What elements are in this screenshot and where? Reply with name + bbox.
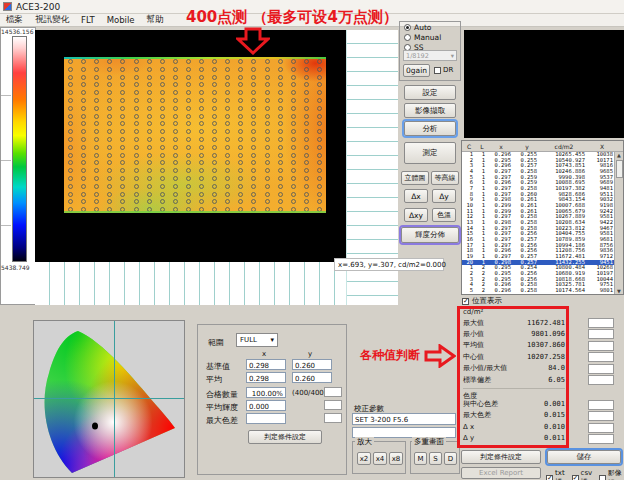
measure-point [317,67,322,72]
average-x-field[interactable]: 0.298 [246,372,286,383]
zoom-x8-button[interactable]: x8 [389,452,403,465]
measure-point [147,184,152,189]
radio-manual[interactable]: Manual [404,33,460,42]
zoom-x4-button[interactable]: x4 [373,452,387,465]
measure-point [81,121,86,126]
reference-x-field[interactable]: 0.298 [246,359,286,370]
measure-point [225,207,230,212]
view-3d-button[interactable]: 立體圖 [401,171,429,185]
file-check-影像檔[interactable]: 影像檔 [599,468,624,480]
menu-item-3[interactable]: Mobile [107,15,135,25]
measure-point [278,192,283,197]
measure-point [107,160,112,165]
position-display-checkbox[interactable]: 位置表示 [462,296,502,306]
luminance-distribution-button[interactable]: 輝度分佈 [401,227,459,243]
table-col-y[interactable]: y [514,141,540,151]
shutter-select[interactable]: 1/8192 ▾ [403,50,457,61]
measure-point [68,90,73,95]
measurement-table[interactable]: CLxycd/m2X 110.2960.25510265.45510038210… [461,140,624,295]
measure-point [186,106,191,111]
radio-auto[interactable]: Auto [404,23,460,32]
multi-D-button[interactable]: D [444,452,457,465]
measure-point [265,59,270,64]
avg-luminance-field[interactable]: 0.000 [246,400,286,411]
average-y-field[interactable]: 0.260 [292,372,332,383]
cie-chromaticity-diagram[interactable] [33,320,185,478]
zoom-x2-button[interactable]: x2 [357,452,371,465]
analyze-button[interactable]: 分析 [404,121,456,136]
colorbar-max-label: 14536.156 [1,28,35,35]
measure-point [265,67,270,72]
table-col-L[interactable]: L [476,141,488,151]
table-scrollbar[interactable]: ▲ ▼ [614,152,623,294]
table-row[interactable]: 520.2960.25810174.5649801 [462,288,623,294]
menu-item-2[interactable]: FLT [81,15,95,25]
measure-point [107,82,112,87]
multi-M-button[interactable]: M [414,452,427,465]
measure-point [225,176,230,181]
table-col-X[interactable]: X [588,141,616,151]
heatmap-image[interactable] [64,57,326,213]
table-col-C[interactable]: C [462,141,476,151]
measure-point [251,184,256,189]
measure-point [173,114,178,119]
table-body[interactable]: 110.2960.25510265.45510038210.2950.25510… [462,152,623,294]
delta-x-button[interactable]: Δx [404,189,428,203]
measure-point [68,137,73,142]
measure-point [81,199,86,204]
measure-point [278,153,283,158]
dr-checkbox[interactable]: DR [434,66,453,74]
measure-point [160,106,165,111]
measure-point [212,160,217,165]
save-button[interactable]: 儲存 [547,450,621,464]
max-color-diff-field[interactable] [246,413,286,424]
multi-S-button[interactable]: S [429,452,442,465]
menu-item-0[interactable]: 檔案 [6,14,23,26]
colorbar-tick [1,95,11,96]
measure-point [251,153,256,158]
image-capture-button[interactable]: 影像擷取 [404,103,456,118]
menu-item-4[interactable]: 幫助 [147,14,164,26]
measure-button[interactable]: 測定 [404,142,456,164]
measure-point [199,137,204,142]
measure-point [81,176,86,181]
measure-point [134,176,139,181]
file-check-csv檔[interactable]: csv檔 [572,469,595,480]
gain-button[interactable]: 0gain [403,64,430,77]
annotation-red-box [457,306,569,448]
measure-point [317,153,322,158]
measure-point [186,98,191,103]
judge-condition-button[interactable]: 判定條件設定 [461,450,541,464]
menu-item-1[interactable]: 視訊變化 [35,14,69,26]
calibration-set-field[interactable]: SET 3-200 F5.6 [352,413,456,425]
measure-point [238,176,243,181]
pass-percent-field[interactable]: 100.00% [246,387,286,398]
delta-xy-button[interactable]: Δxy [404,208,428,222]
delta-y-button[interactable]: Δy [432,189,456,203]
measure-point [68,199,73,204]
result-slot [324,387,342,397]
measure-point [107,98,112,103]
measure-point [68,75,73,80]
panel-judge-condition-button[interactable]: 判定條件設定 [248,430,322,444]
heatmap-display[interactable] [35,30,346,262]
measure-point [251,176,256,181]
file-check-txt檔[interactable]: txt檔 [546,469,568,480]
cursor-readout: x=.693, y=.307, cd/m2=0.000 [334,258,444,271]
table-col-cd/m2[interactable]: cd/m2 [540,141,588,151]
measure-point [173,192,178,197]
measure-point [199,59,204,64]
settings-button[interactable]: 設定 [404,85,456,100]
measure-point [304,106,309,111]
table-col-x[interactable]: x [488,141,514,151]
range-select[interactable]: FULL ▾ [236,333,278,347]
scroll-down-icon[interactable]: ▼ [615,288,623,294]
measure-point [199,114,204,119]
measure-point [81,153,86,158]
scrollbar-thumb[interactable] [616,160,623,178]
scroll-up-icon[interactable]: ▲ [615,152,623,158]
reference-y-field[interactable]: 0.260 [292,359,332,370]
excel-report-button[interactable]: Excel Report [461,467,541,479]
contour-button[interactable]: 等高線 [431,171,459,185]
color-temp-button[interactable]: 色溫 [432,208,456,222]
